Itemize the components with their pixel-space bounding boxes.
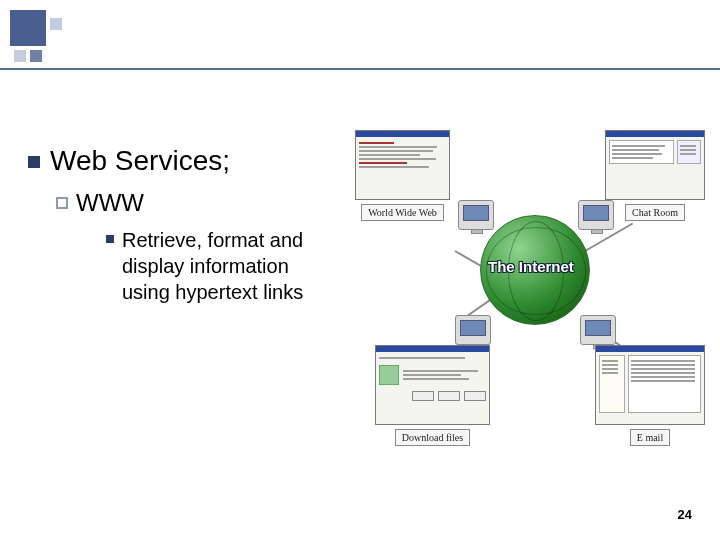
bullet-level-2: WWW [56, 189, 348, 217]
internet-diagram: The Internet World Wide Web [350, 130, 710, 470]
small-square-bullet-icon [106, 235, 114, 243]
node-www: World Wide Web [355, 130, 450, 221]
disk-icon [379, 365, 399, 385]
monitor-icon [580, 315, 616, 345]
monitor-icon [455, 315, 491, 345]
node-chat: Chat Room [605, 130, 705, 221]
header-rule [0, 68, 720, 70]
bullet-level-2-text: WWW [76, 189, 144, 217]
bullet-level-3-text: Retrieve, format and display information… [122, 227, 332, 305]
bullet-level-1-text: Web Services; [50, 145, 230, 177]
slide-body: Web Services; WWW Retrieve, format and d… [28, 145, 348, 305]
page-number: 24 [678, 507, 692, 522]
diagram-center-label: The Internet [488, 258, 574, 275]
bullet-level-3: Retrieve, format and display information… [106, 227, 348, 305]
node-download-label: Download files [395, 429, 470, 446]
node-email-label: E mail [630, 429, 670, 446]
node-email: E mail [595, 345, 705, 446]
bullet-level-1: Web Services; [28, 145, 348, 177]
node-download: Download files [375, 345, 490, 446]
monitor-icon [458, 200, 494, 230]
square-bullet-icon [28, 156, 40, 168]
slide-corner-decoration [10, 10, 80, 65]
node-chat-label: Chat Room [625, 204, 685, 221]
node-www-label: World Wide Web [361, 204, 444, 221]
hollow-square-bullet-icon [56, 197, 68, 209]
